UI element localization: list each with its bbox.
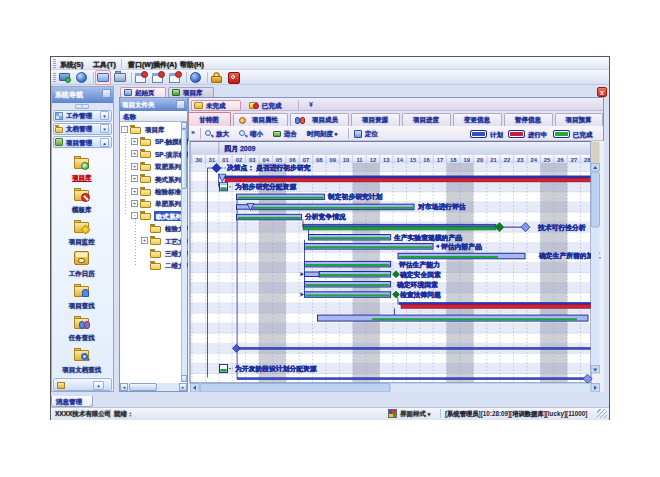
svg-text:02: 02 [236,157,242,163]
svg-text:生产实验室规模的产品: 生产实验室规模的产品 [393,234,462,242]
svg-text:30: 30 [195,157,201,163]
svg-text:06: 06 [289,157,296,163]
svg-text:20: 20 [477,157,483,163]
svg-text:04: 04 [262,157,269,163]
svg-text:16: 16 [423,157,430,163]
svg-text:14: 14 [396,157,403,163]
svg-text:为初步研究分配资源: 为初步研究分配资源 [235,182,296,191]
svg-text:17: 17 [437,157,443,163]
svg-text:18: 18 [450,157,457,163]
svg-text:31: 31 [209,157,216,163]
svg-text:03: 03 [249,157,256,163]
svg-text:13: 13 [383,157,390,163]
svg-text:01: 01 [222,157,229,163]
svg-text:22: 22 [504,157,510,163]
svg-text:27: 27 [571,157,577,163]
svg-text:07: 07 [303,157,309,163]
svg-text:19: 19 [463,157,470,163]
svg-text:为开发阶段设计划分配资源: 为开发阶段设计划分配资源 [235,365,317,373]
svg-text:24: 24 [530,157,537,163]
svg-text:技术可行性分析: 技术可行性分析 [537,224,586,232]
svg-text:检查法律问题: 检查法律问题 [399,291,441,299]
svg-text:12: 12 [370,157,376,163]
svg-text:确定安全因素: 确定安全因素 [399,271,441,279]
svg-text:08: 08 [316,157,323,163]
svg-text:25: 25 [544,157,551,163]
svg-text:制定初步研究计划: 制定初步研究计划 [327,192,383,201]
svg-text:28: 28 [584,157,591,163]
svg-text:分析竞争情况: 分析竞争情况 [304,213,346,221]
svg-text:05: 05 [276,157,283,163]
svg-text:26: 26 [557,157,564,163]
svg-text:四月 2009: 四月 2009 [224,145,256,153]
svg-text:21: 21 [490,157,497,163]
svg-text:评估生产能力: 评估生产能力 [398,261,440,269]
svg-text:决策点： 是否进行初步研究: 决策点： 是否进行初步研究 [226,163,311,172]
svg-text:09: 09 [329,157,336,163]
svg-text:23: 23 [517,157,524,163]
svg-text:11: 11 [356,157,363,163]
svg-text:对市场进行评估: 对市场进行评估 [417,202,466,211]
svg-text:15: 15 [410,157,417,163]
svg-text:确定环境因素: 确定环境因素 [396,281,438,289]
svg-text:10: 10 [343,157,349,163]
svg-text:评估内部产品: 评估内部产品 [440,243,482,251]
